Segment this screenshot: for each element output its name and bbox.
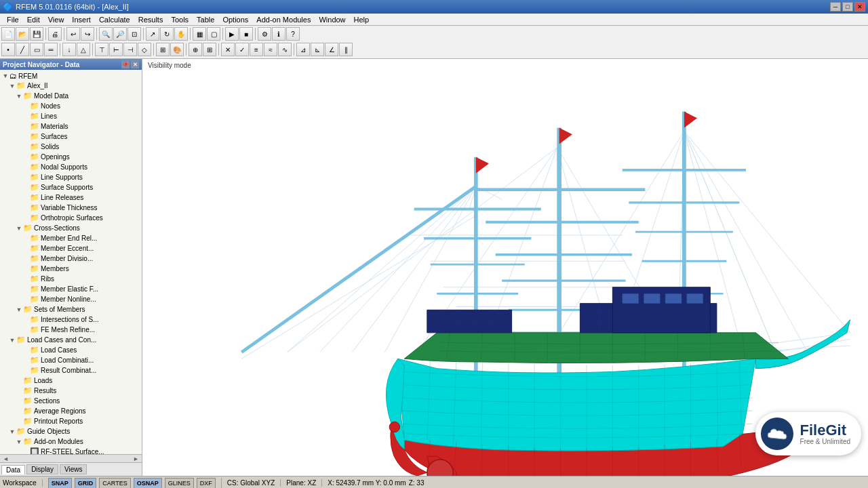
tree-item-solids[interactable]: 📁 Solids — [0, 142, 142, 152]
tree-item-modeldata[interactable]: ▼ 📁 Model Data — [0, 91, 142, 101]
tree-item-averageregions[interactable]: 📁 Average Regions — [0, 406, 142, 416]
tree-item-loadcombinations[interactable]: 📁 Load Combinati... — [0, 355, 142, 365]
tb-rotate[interactable]: ↻ — [160, 27, 174, 41]
nav-close[interactable]: ✕ — [131, 60, 139, 68]
nav-tab-views[interactable]: Views — [60, 464, 87, 474]
tree-item-resultcombinations[interactable]: 📁 Result Combinat... — [0, 365, 142, 375]
tb-help[interactable]: ? — [286, 27, 300, 41]
tb-zoom-in[interactable]: 🔍 — [99, 27, 113, 41]
tb2-extra1[interactable]: ≡ — [250, 43, 263, 56]
tree-item-memberendreleases[interactable]: 📁 Member End Rel... — [0, 233, 142, 243]
nav-pin[interactable]: 📌 — [121, 60, 130, 68]
menu-file[interactable]: File — [3, 15, 23, 24]
tree-item-nodes[interactable]: 📁 Nodes — [0, 101, 142, 111]
tb-render[interactable]: ▦ — [193, 27, 206, 41]
tree-item-loads[interactable]: 📁 Loads — [0, 375, 142, 386]
tb2-extra5[interactable]: ⊾ — [311, 43, 324, 56]
tb-redo[interactable]: ↪ — [81, 27, 94, 41]
status-grid[interactable]: GRID — [75, 478, 97, 489]
nav-tab-display[interactable]: Display — [26, 464, 58, 474]
tb2-surface[interactable]: ▭ — [30, 43, 43, 56]
tb2-member[interactable]: ═ — [44, 43, 58, 56]
minimize-button[interactable]: ─ — [830, 2, 841, 12]
tb2-mesh[interactable]: ⊞ — [156, 43, 170, 56]
tree-item-results[interactable]: 📁 Results — [0, 386, 142, 396]
tb-zoom-fit[interactable]: ⊡ — [127, 27, 141, 41]
status-cartes[interactable]: CARTES — [99, 478, 130, 489]
tb2-node[interactable]: • — [1, 43, 15, 56]
tree-item-variablethickness[interactable]: 📁 Variable Thickness — [0, 203, 142, 213]
tree-item-setsofmembers[interactable]: ▼ 📁 Sets of Members — [0, 304, 142, 314]
restore-button[interactable]: □ — [842, 2, 853, 12]
tb2-extra3[interactable]: ∿ — [278, 43, 292, 56]
tb2-extra2[interactable]: ≈ — [264, 43, 277, 56]
tb2-view-side[interactable]: ⊣ — [123, 43, 137, 56]
tree-item-surfaces[interactable]: 📁 Surfaces — [0, 131, 142, 142]
tb2-grid[interactable]: ⊞ — [203, 43, 216, 56]
tree-item-rfsteelsurfaces[interactable]: 🔲 RF-STEEL Surface... — [0, 447, 142, 454]
tree-item-orthotropic[interactable]: 📁 Orthotropic Surfaces — [0, 213, 142, 223]
tb-stop[interactable]: ■ — [239, 27, 253, 41]
tb2-load[interactable]: ↓ — [62, 43, 76, 56]
tb-pan[interactable]: ✋ — [174, 27, 188, 41]
tb-select[interactable]: ↗ — [146, 27, 159, 41]
tree-item-memberdivisions[interactable]: 📁 Member Divisio... — [0, 253, 142, 264]
tree-container[interactable]: ▼ 🗂 RFEM ▼ 📁 Alex_II ▼ 📁 Model Data 📁 — [0, 70, 142, 454]
tree-item-addonmodules[interactable]: ▼ 📁 Add-on Modules — [0, 436, 142, 447]
tb-info[interactable]: ℹ — [272, 27, 285, 41]
tree-item-ribs[interactable]: 📁 Ribs — [0, 274, 142, 284]
menu-insert[interactable]: Insert — [68, 15, 95, 24]
status-dxf[interactable]: DXF — [197, 478, 216, 489]
menu-calculate[interactable]: Calculate — [95, 15, 134, 24]
tree-item-linesupports[interactable]: 📁 Line Supports — [0, 172, 142, 182]
tb2-x[interactable]: ✕ — [221, 43, 235, 56]
tb2-extra6[interactable]: ∠ — [325, 43, 338, 56]
tree-item-membereccentricities[interactable]: 📁 Member Eccent... — [0, 243, 142, 253]
menu-results[interactable]: Results — [134, 15, 167, 24]
status-snap[interactable]: SNAP — [48, 478, 72, 489]
navigator-scroll[interactable]: ◄ ► — [0, 454, 142, 462]
tb-open[interactable]: 📂 — [16, 27, 29, 41]
tb-prop[interactable]: ⚙ — [258, 27, 271, 41]
menu-addon[interactable]: Add-on Modules — [252, 15, 315, 24]
status-osnap[interactable]: OSNAP — [134, 478, 162, 489]
tb2-view-top[interactable]: ⊤ — [95, 43, 108, 56]
menu-view[interactable]: View — [44, 15, 68, 24]
tb-calc[interactable]: ▶ — [225, 27, 239, 41]
tree-item-lines[interactable]: 📁 Lines — [0, 111, 142, 121]
tb-wire[interactable]: ▢ — [207, 27, 220, 41]
status-glines[interactable]: GLINES — [165, 478, 194, 489]
tree-item-surfacesupports[interactable]: 📁 Surface Supports — [0, 182, 142, 192]
tree-item-guideobjects[interactable]: ▼ 📁 Guide Objects — [0, 426, 142, 436]
tree-item-openings[interactable]: 📁 Openings — [0, 152, 142, 162]
tree-item-members[interactable]: 📁 Members — [0, 264, 142, 274]
tb2-extra4[interactable]: ⊿ — [296, 43, 310, 56]
tb2-extra7[interactable]: ∥ — [339, 43, 353, 56]
tb2-view-iso[interactable]: ◇ — [138, 43, 151, 56]
menu-tools[interactable]: Tools — [167, 15, 193, 24]
tb2-line[interactable]: ╱ — [16, 43, 29, 56]
tb2-check[interactable]: ✓ — [235, 43, 249, 56]
menu-table[interactable]: Table — [193, 15, 218, 24]
tree-item-femeshrefinements[interactable]: 📁 FE Mesh Refine... — [0, 325, 142, 335]
tb-save[interactable]: 💾 — [30, 27, 43, 41]
tree-item-alex[interactable]: ▼ 📁 Alex_II — [0, 81, 142, 91]
menu-options[interactable]: Options — [218, 15, 252, 24]
tb2-color[interactable]: 🎨 — [170, 43, 184, 56]
tree-item-nodalsupports[interactable]: 📁 Nodal Supports — [0, 162, 142, 172]
tree-item-crosssections[interactable]: ▼ 📁 Cross-Sections — [0, 223, 142, 233]
menu-help[interactable]: Help — [350, 15, 374, 24]
menu-edit[interactable]: Edit — [23, 15, 44, 24]
tb-print[interactable]: 🖨 — [48, 27, 62, 41]
tree-item-intersections[interactable]: 📁 Intersections of S... — [0, 314, 142, 325]
nav-tab-data[interactable]: Data — [1, 465, 25, 474]
menu-window[interactable]: Window — [315, 15, 349, 24]
tree-item-loadcases[interactable]: 📁 Load Cases — [0, 345, 142, 355]
tb2-view-front[interactable]: ⊢ — [109, 43, 123, 56]
tb-new[interactable]: 📄 — [1, 27, 15, 41]
tree-item-loadcases-parent[interactable]: ▼ 📁 Load Cases and Con... — [0, 335, 142, 345]
tree-item-membernonlinear[interactable]: 📁 Member Nonline... — [0, 294, 142, 304]
tree-item-rfem[interactable]: ▼ 🗂 RFEM — [0, 71, 142, 81]
viewport[interactable]: Visibility mode — [142, 59, 868, 476]
tb2-support[interactable]: △ — [77, 43, 90, 56]
